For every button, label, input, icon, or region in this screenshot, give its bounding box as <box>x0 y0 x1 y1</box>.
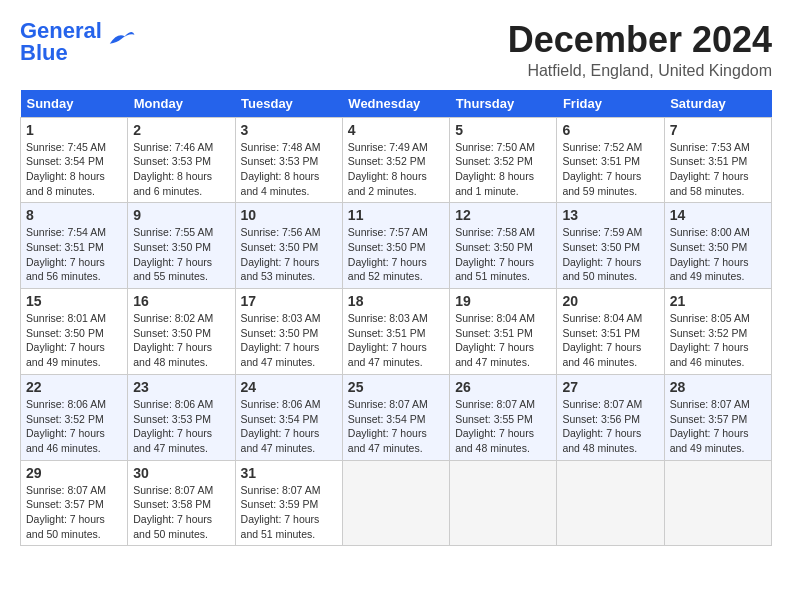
daylight-label: Daylight: 7 hours and 51 minutes. <box>455 256 534 283</box>
header-sunday: Sunday <box>21 90 128 118</box>
day-number: 1 <box>26 122 122 138</box>
sunrise-label: Sunrise: 8:07 AM <box>348 398 428 410</box>
day-number: 30 <box>133 465 229 481</box>
calendar-cell-25: 25 Sunrise: 8:07 AM Sunset: 3:54 PM Dayl… <box>342 374 449 460</box>
day-number: 28 <box>670 379 766 395</box>
sunset-label: Sunset: 3:52 PM <box>26 413 104 425</box>
sunrise-label: Sunrise: 7:46 AM <box>133 141 213 153</box>
day-number: 15 <box>26 293 122 309</box>
header-wednesday: Wednesday <box>342 90 449 118</box>
day-info: Sunrise: 7:57 AM Sunset: 3:50 PM Dayligh… <box>348 225 444 284</box>
calendar-cell-21: 21 Sunrise: 8:05 AM Sunset: 3:52 PM Dayl… <box>664 289 771 375</box>
day-info: Sunrise: 8:04 AM Sunset: 3:51 PM Dayligh… <box>562 311 658 370</box>
sunrise-label: Sunrise: 7:56 AM <box>241 226 321 238</box>
day-number: 20 <box>562 293 658 309</box>
calendar-cell-15: 15 Sunrise: 8:01 AM Sunset: 3:50 PM Dayl… <box>21 289 128 375</box>
day-info: Sunrise: 7:48 AM Sunset: 3:53 PM Dayligh… <box>241 140 337 199</box>
sunset-label: Sunset: 3:57 PM <box>26 498 104 510</box>
day-number: 25 <box>348 379 444 395</box>
sunset-label: Sunset: 3:51 PM <box>670 155 748 167</box>
daylight-label: Daylight: 7 hours and 47 minutes. <box>133 427 212 454</box>
day-number: 10 <box>241 207 337 223</box>
sunset-label: Sunset: 3:50 PM <box>562 241 640 253</box>
day-info: Sunrise: 7:58 AM Sunset: 3:50 PM Dayligh… <box>455 225 551 284</box>
sunrise-label: Sunrise: 7:52 AM <box>562 141 642 153</box>
calendar-cell-17: 17 Sunrise: 8:03 AM Sunset: 3:50 PM Dayl… <box>235 289 342 375</box>
sunset-label: Sunset: 3:53 PM <box>133 155 211 167</box>
sunset-label: Sunset: 3:54 PM <box>241 413 319 425</box>
daylight-label: Daylight: 7 hours and 51 minutes. <box>241 513 320 540</box>
day-info: Sunrise: 8:06 AM Sunset: 3:52 PM Dayligh… <box>26 397 122 456</box>
sunrise-label: Sunrise: 7:53 AM <box>670 141 750 153</box>
daylight-label: Daylight: 8 hours and 4 minutes. <box>241 170 320 197</box>
sunrise-label: Sunrise: 8:05 AM <box>670 312 750 324</box>
day-info: Sunrise: 7:56 AM Sunset: 3:50 PM Dayligh… <box>241 225 337 284</box>
sunset-label: Sunset: 3:50 PM <box>133 327 211 339</box>
sunrise-label: Sunrise: 8:06 AM <box>241 398 321 410</box>
sunrise-label: Sunrise: 8:06 AM <box>133 398 213 410</box>
sunset-label: Sunset: 3:51 PM <box>562 155 640 167</box>
day-number: 26 <box>455 379 551 395</box>
day-number: 8 <box>26 207 122 223</box>
calendar-cell-13: 13 Sunrise: 7:59 AM Sunset: 3:50 PM Dayl… <box>557 203 664 289</box>
day-info: Sunrise: 8:06 AM Sunset: 3:53 PM Dayligh… <box>133 397 229 456</box>
day-info: Sunrise: 8:07 AM Sunset: 3:56 PM Dayligh… <box>562 397 658 456</box>
calendar-cell-9: 9 Sunrise: 7:55 AM Sunset: 3:50 PM Dayli… <box>128 203 235 289</box>
calendar-cell-30: 30 Sunrise: 8:07 AM Sunset: 3:58 PM Dayl… <box>128 460 235 546</box>
day-number: 19 <box>455 293 551 309</box>
logo: GeneralBlue <box>20 20 136 64</box>
day-number: 3 <box>241 122 337 138</box>
calendar-header: SundayMondayTuesdayWednesdayThursdayFrid… <box>21 90 772 118</box>
daylight-label: Daylight: 7 hours and 46 minutes. <box>26 427 105 454</box>
daylight-label: Daylight: 8 hours and 1 minute. <box>455 170 534 197</box>
sunrise-label: Sunrise: 8:07 AM <box>241 484 321 496</box>
calendar-cell-27: 27 Sunrise: 8:07 AM Sunset: 3:56 PM Dayl… <box>557 374 664 460</box>
sunset-label: Sunset: 3:52 PM <box>670 327 748 339</box>
day-info: Sunrise: 7:53 AM Sunset: 3:51 PM Dayligh… <box>670 140 766 199</box>
empty-cell <box>450 460 557 546</box>
day-info: Sunrise: 8:07 AM Sunset: 3:58 PM Dayligh… <box>133 483 229 542</box>
day-info: Sunrise: 8:01 AM Sunset: 3:50 PM Dayligh… <box>26 311 122 370</box>
sunset-label: Sunset: 3:58 PM <box>133 498 211 510</box>
calendar-cell-23: 23 Sunrise: 8:06 AM Sunset: 3:53 PM Dayl… <box>128 374 235 460</box>
sunset-label: Sunset: 3:59 PM <box>241 498 319 510</box>
title-block: December 2024 Hatfield, England, United … <box>508 20 772 80</box>
calendar-cell-24: 24 Sunrise: 8:06 AM Sunset: 3:54 PM Dayl… <box>235 374 342 460</box>
logo-bird-icon <box>106 28 136 48</box>
empty-cell <box>557 460 664 546</box>
calendar-cell-6: 6 Sunrise: 7:52 AM Sunset: 3:51 PM Dayli… <box>557 117 664 203</box>
daylight-label: Daylight: 7 hours and 56 minutes. <box>26 256 105 283</box>
day-info: Sunrise: 8:02 AM Sunset: 3:50 PM Dayligh… <box>133 311 229 370</box>
header-friday: Friday <box>557 90 664 118</box>
calendar-cell-4: 4 Sunrise: 7:49 AM Sunset: 3:52 PM Dayli… <box>342 117 449 203</box>
day-info: Sunrise: 8:07 AM Sunset: 3:59 PM Dayligh… <box>241 483 337 542</box>
day-info: Sunrise: 8:00 AM Sunset: 3:50 PM Dayligh… <box>670 225 766 284</box>
day-info: Sunrise: 7:52 AM Sunset: 3:51 PM Dayligh… <box>562 140 658 199</box>
sunset-label: Sunset: 3:54 PM <box>348 413 426 425</box>
calendar-cell-12: 12 Sunrise: 7:58 AM Sunset: 3:50 PM Dayl… <box>450 203 557 289</box>
day-number: 17 <box>241 293 337 309</box>
calendar-cell-7: 7 Sunrise: 7:53 AM Sunset: 3:51 PM Dayli… <box>664 117 771 203</box>
day-number: 18 <box>348 293 444 309</box>
calendar-cell-3: 3 Sunrise: 7:48 AM Sunset: 3:53 PM Dayli… <box>235 117 342 203</box>
calendar-cell-1: 1 Sunrise: 7:45 AM Sunset: 3:54 PM Dayli… <box>21 117 128 203</box>
daylight-label: Daylight: 7 hours and 47 minutes. <box>455 341 534 368</box>
sunset-label: Sunset: 3:51 PM <box>562 327 640 339</box>
day-info: Sunrise: 8:04 AM Sunset: 3:51 PM Dayligh… <box>455 311 551 370</box>
sunrise-label: Sunrise: 8:04 AM <box>455 312 535 324</box>
day-info: Sunrise: 7:55 AM Sunset: 3:50 PM Dayligh… <box>133 225 229 284</box>
day-number: 22 <box>26 379 122 395</box>
header-thursday: Thursday <box>450 90 557 118</box>
calendar-cell-5: 5 Sunrise: 7:50 AM Sunset: 3:52 PM Dayli… <box>450 117 557 203</box>
day-info: Sunrise: 8:03 AM Sunset: 3:50 PM Dayligh… <box>241 311 337 370</box>
day-number: 21 <box>670 293 766 309</box>
daylight-label: Daylight: 7 hours and 49 minutes. <box>26 341 105 368</box>
day-info: Sunrise: 7:45 AM Sunset: 3:54 PM Dayligh… <box>26 140 122 199</box>
sunset-label: Sunset: 3:56 PM <box>562 413 640 425</box>
daylight-label: Daylight: 7 hours and 49 minutes. <box>670 427 749 454</box>
sunset-label: Sunset: 3:50 PM <box>241 241 319 253</box>
day-info: Sunrise: 7:54 AM Sunset: 3:51 PM Dayligh… <box>26 225 122 284</box>
day-number: 7 <box>670 122 766 138</box>
day-number: 6 <box>562 122 658 138</box>
sunset-label: Sunset: 3:51 PM <box>348 327 426 339</box>
